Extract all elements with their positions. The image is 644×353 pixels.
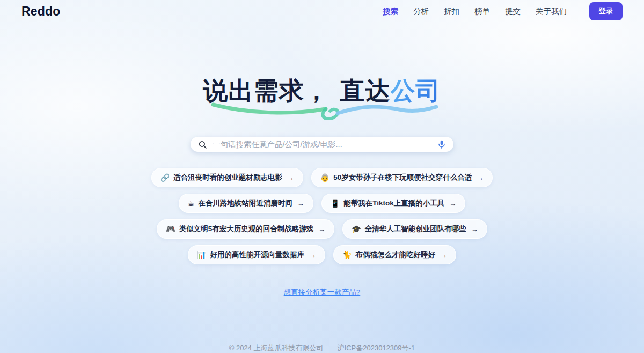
page-title: 说出需求，直达公司 <box>203 75 441 108</box>
nav-item-discount[interactable]: 折扣 <box>444 6 459 17</box>
footer: © 2024 上海蓝爪科技有限公司 沪ICP备2023012309号-1 <box>229 343 415 353</box>
search-icon <box>198 140 207 149</box>
cat-icon: 🐈 <box>342 251 352 259</box>
chip-inspirational-movies[interactable]: 🔗 适合沮丧时看的创业题材励志电影 → <box>151 168 303 187</box>
arrow-right-icon: → <box>477 174 484 182</box>
arrow-right-icon: → <box>287 174 294 182</box>
arrow-right-icon: → <box>471 225 478 233</box>
nav-item-analysis[interactable]: 分析 <box>413 6 429 17</box>
arrow-right-icon: → <box>309 251 316 259</box>
arrow-right-icon: → <box>297 200 304 208</box>
chip-strategy-games[interactable]: 🎮 类似文明5有宏大历史观的回合制战略游戏 → <box>157 219 334 239</box>
title-part-1: 说出需求， <box>203 77 330 105</box>
arrow-right-icon: → <box>449 200 456 208</box>
nav-item-rankings[interactable]: 榜单 <box>474 6 490 17</box>
icp-number: 沪ICP备2023012309号-1 <box>338 343 415 353</box>
chip-ragdoll-cat-care[interactable]: 🐈 布偶猫怎么才能吃好睡好 → <box>333 245 456 264</box>
chip-label: 类似文明5有宏大历史观的回合制战略游戏 <box>179 224 314 234</box>
chip-grandma-outfit[interactable]: 👵 50岁女带孙子在楼下玩顺便社交穿什么合适 → <box>311 168 493 187</box>
chip-label: 50岁女带孙子在楼下玩顺便社交穿什么合适 <box>333 173 472 182</box>
chip-label: 在合川路地铁站附近消磨时间 <box>198 198 292 208</box>
tea-icon: ☕ <box>188 200 195 207</box>
title-part-3: 公司 <box>391 77 441 105</box>
graduate-icon: 🎓 <box>352 225 361 233</box>
search-bar[interactable] <box>191 137 453 152</box>
phone-icon: 📱 <box>331 200 340 207</box>
chip-label: 适合沮丧时看的创业题材励志电影 <box>173 173 282 182</box>
suggestion-chips: 🔗 适合沮丧时看的创业题材励志电影 → 👵 50岁女带孙子在楼下玩顺便社交穿什么… <box>116 168 528 264</box>
chip-metro-station-time[interactable]: ☕ 在合川路地铁站附近消磨时间 → <box>179 194 313 213</box>
copyright-text: © 2024 上海蓝爪科技有限公司 <box>229 343 324 353</box>
search-input[interactable] <box>213 140 432 149</box>
game-controller-icon: 🎮 <box>166 225 175 233</box>
chip-label: 好用的高性能开源向量数据库 <box>210 250 305 260</box>
chip-vector-database[interactable]: 📊 好用的高性能开源向量数据库 → <box>188 245 325 264</box>
nav-item-submit[interactable]: 提交 <box>505 6 521 17</box>
chip-label: 能帮我在Tiktok上直播的小工具 <box>343 198 444 208</box>
hero: 说出需求，直达公司 <box>203 75 441 108</box>
chip-tsinghua-ai-teams[interactable]: 🎓 全清华人工智能创业团队有哪些 → <box>342 219 487 239</box>
nav-item-search[interactable]: 搜索 <box>383 6 398 17</box>
old-woman-icon: 👵 <box>320 174 330 181</box>
analyze-product-link[interactable]: 想直接分析某一款产品? <box>284 288 361 297</box>
nav-item-about[interactable]: 关于我们 <box>536 6 567 17</box>
logo[interactable]: Reddo <box>21 4 61 19</box>
login-button[interactable]: 登录 <box>589 2 623 20</box>
arrow-right-icon: → <box>440 251 447 259</box>
link-icon: 🔗 <box>160 174 170 181</box>
title-part-2: 直达 <box>340 77 391 105</box>
arrow-right-icon: → <box>318 225 325 233</box>
microphone-icon[interactable] <box>437 139 446 149</box>
header: Reddo 搜索 分析 折扣 榜单 提交 关于我们 登录 <box>0 0 644 23</box>
chip-label: 布偶猫怎么才能吃好睡好 <box>355 250 435 260</box>
chip-tiktok-live-tools[interactable]: 📱 能帮我在Tiktok上直播的小工具 → <box>321 194 465 213</box>
bar-chart-icon: 📊 <box>197 251 206 259</box>
chip-label: 全清华人工智能创业团队有哪些 <box>365 224 466 234</box>
main-nav: 搜索 分析 折扣 榜单 提交 关于我们 登录 <box>383 2 623 20</box>
